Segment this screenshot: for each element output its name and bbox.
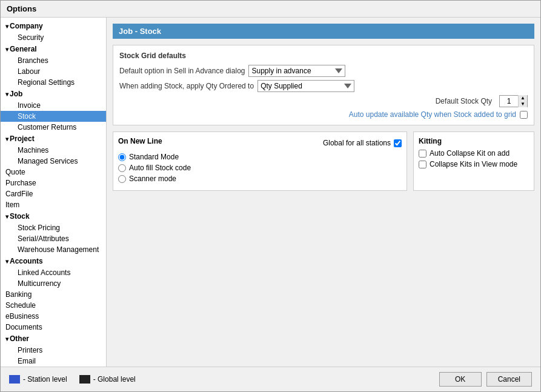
sidebar-item-project[interactable]: ▾ Project (1, 133, 106, 145)
standard-mode-label: Standard Mode (129, 153, 179, 161)
ok-button[interactable]: OK (439, 372, 482, 387)
global-label: Global for all stations (323, 139, 391, 147)
footer-buttons: OK Cancel (439, 372, 532, 387)
qty-down-button[interactable]: ▼ (519, 101, 527, 107)
lower-sections: On New Line Global for all stations Stan… (113, 131, 534, 191)
options-dialog: Options ▾ Company Security ▾ General Bra… (0, 0, 541, 392)
main-content: Job - Stock Stock Grid defaults Default … (107, 18, 540, 367)
on-new-line-label: On New Line (118, 137, 162, 145)
sidebar-item-purchase[interactable]: Purchase (1, 178, 106, 188)
global-level-box (79, 375, 90, 384)
default-option-label: Default option in Sell in Advance dialog (119, 67, 245, 75)
footer: - Station level - Global level OK Cancel (1, 367, 540, 391)
sidebar-item-stock-pricing[interactable]: Stock Pricing (1, 222, 106, 233)
autofill-mode-radio[interactable] (118, 164, 126, 172)
sidebar-item-security[interactable]: Security (1, 32, 106, 43)
sidebar-item-labour[interactable]: Labour (1, 66, 106, 77)
default-qty-label: Default Stock Qty (436, 97, 492, 105)
stock-grid-section: Stock Grid defaults Default option in Se… (113, 45, 534, 125)
dialog-title: Options (1, 1, 540, 18)
sidebar-item-regional-settings[interactable]: Regional Settings (1, 77, 106, 88)
sidebar-item-other[interactable]: ▾ Other (1, 333, 106, 345)
sidebar-item-job[interactable]: ▾ Job (1, 88, 106, 100)
sidebar-item-accounts[interactable]: ▾ Accounts (1, 255, 106, 267)
sidebar-item-stock-group[interactable]: ▾ Stock (1, 210, 106, 222)
global-stations-wrap: Global for all stations (323, 139, 402, 147)
legend: - Station level - Global level (9, 375, 136, 384)
sidebar-item-serial-attributes[interactable]: Serial/Attributes (1, 233, 106, 244)
sidebar-item-banking[interactable]: Banking (1, 289, 106, 300)
auto-update-checkbox[interactable] (520, 111, 528, 119)
global-level-label: - Global level (93, 375, 136, 384)
sidebar-item-email[interactable]: Email (1, 356, 106, 367)
sidebar-item-quote[interactable]: Quote (1, 167, 106, 178)
mode-standard[interactable]: Standard Mode (118, 153, 402, 161)
sidebar-item-schedule[interactable]: Schedule (1, 300, 106, 311)
cancel-button[interactable]: Cancel (486, 372, 532, 387)
arrow-icon: ▾ (5, 213, 8, 220)
default-qty-row: Default Stock Qty ▲ ▼ (119, 95, 528, 107)
default-qty-input-wrap: ▲ ▼ (499, 95, 528, 107)
arrow-icon: ▾ (5, 136, 8, 142)
stock-grid-legend: Stock Grid defaults (119, 51, 528, 60)
dialog-body: ▾ Company Security ▾ General Branches La… (1, 18, 540, 367)
mode-scanner[interactable]: Scanner mode (118, 174, 402, 183)
sidebar-item-ebusiness[interactable]: eBusiness (1, 311, 106, 322)
sidebar-item-printers[interactable]: Printers (1, 345, 106, 356)
sidebar-item-managed-services[interactable]: Managed Services (1, 156, 106, 167)
auto-collapse-wrap[interactable]: Auto Collapse Kit on add (419, 149, 529, 158)
collapse-view-label: Collapse Kits in View mode (430, 160, 517, 168)
collapse-view-wrap[interactable]: Collapse Kits in View mode (419, 160, 529, 168)
panel-title: Job - Stock (113, 24, 534, 39)
qty-up-button[interactable]: ▲ (519, 95, 527, 101)
arrow-icon: ▾ (5, 23, 8, 30)
qty-ordered-label: When adding Stock, apply Qty Ordered to (119, 82, 254, 90)
auto-update-label: Auto update available Qty when Stock add… (349, 110, 516, 119)
on-new-line-section: On New Line Global for all stations Stan… (113, 131, 407, 191)
scanner-mode-label: Scanner mode (129, 174, 176, 183)
auto-collapse-label: Auto Collapse Kit on add (430, 149, 509, 158)
arrow-icon: ▾ (5, 46, 8, 53)
sidebar-item-general[interactable]: ▾ General (1, 43, 106, 55)
mode-autofill[interactable]: Auto fill Stock code (118, 164, 402, 172)
sidebar-item-company[interactable]: ▾ Company (1, 20, 106, 32)
sidebar-item-warehouse-management[interactable]: Warehouse Management (1, 244, 106, 255)
sidebar-item-stock[interactable]: Stock (1, 111, 106, 122)
default-qty-input[interactable] (500, 96, 518, 107)
sidebar-item-invoice[interactable]: Invoice (1, 100, 106, 111)
kitting-label: Kitting (419, 137, 529, 145)
qty-ordered-row: When adding Stock, apply Qty Ordered to … (119, 80, 528, 92)
sidebar-item-item[interactable]: Item (1, 199, 106, 210)
sidebar-item-linked-accounts[interactable]: Linked Accounts (1, 267, 106, 278)
kitting-section: Kitting Auto Collapse Kit on add Collaps… (413, 131, 534, 191)
arrow-icon: ▾ (5, 91, 8, 98)
standard-mode-radio[interactable] (118, 153, 126, 161)
sidebar-item-documents[interactable]: Documents (1, 322, 106, 333)
sidebar-item-branches[interactable]: Branches (1, 55, 106, 66)
station-level-box (9, 375, 20, 384)
autofill-mode-label: Auto fill Stock code (129, 164, 191, 172)
station-level-legend: - Station level (9, 375, 67, 384)
collapse-view-checkbox[interactable] (419, 161, 426, 168)
default-option-select[interactable]: Supply in advance Supply now Back order (248, 65, 345, 77)
arrow-icon: ▾ (5, 258, 8, 265)
arrow-icon: ▾ (5, 336, 8, 342)
on-new-line-header: On New Line Global for all stations (118, 137, 402, 149)
qty-spinners: ▲ ▼ (518, 95, 527, 107)
station-level-label: - Station level (23, 375, 67, 384)
global-level-legend: - Global level (79, 375, 136, 384)
sidebar-item-customer-returns[interactable]: Customer Returns (1, 122, 106, 133)
sidebar: ▾ Company Security ▾ General Branches La… (1, 18, 107, 367)
scanner-mode-radio[interactable] (118, 175, 126, 183)
sidebar-item-multicurrency[interactable]: Multicurrency (1, 278, 106, 289)
sidebar-item-machines[interactable]: Machines (1, 145, 106, 156)
default-option-row: Default option in Sell in Advance dialog… (119, 65, 528, 77)
global-stations-checkbox[interactable] (394, 139, 402, 147)
qty-ordered-select[interactable]: Qty Supplied Qty Ordered None (257, 80, 354, 92)
auto-update-row: Auto update available Qty when Stock add… (119, 110, 528, 119)
auto-collapse-checkbox[interactable] (419, 150, 426, 158)
sidebar-item-cardfile[interactable]: CardFile (1, 188, 106, 199)
